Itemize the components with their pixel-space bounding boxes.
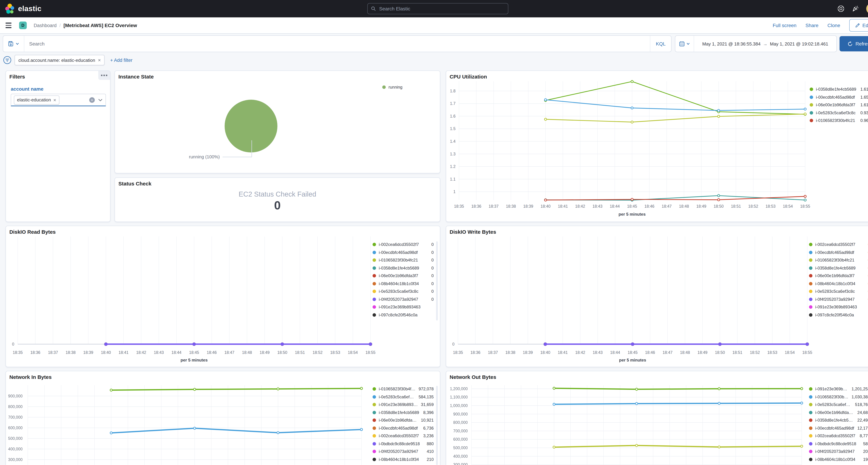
legend-item[interactable]: i-0f4f2052073a929470 <box>373 296 434 303</box>
query-search-input[interactable] <box>24 41 650 46</box>
legend-item[interactable]: i-0358d8e1fe4cb56891.615 <box>810 86 868 93</box>
legend-label: i-0358d8e1fe4cb5689 <box>379 410 421 415</box>
query-input-box[interactable]: KQL <box>3 35 672 52</box>
edit-button[interactable]: Edit <box>849 19 868 32</box>
legend-item[interactable]: i-0f4f2052073a92947208 <box>809 447 868 456</box>
legend-item[interactable]: i-0e5283c5ca6ef3c8c518,769 <box>809 401 868 409</box>
legend-item[interactable]: i-08b4604c18b1c0f340 <box>373 280 434 287</box>
legend-item[interactable]: i-00ecdbfc465ad98df12,176 <box>809 424 868 432</box>
legend-label: i-01065823f30b4fc21 <box>379 258 429 263</box>
diskio-write-line-chart[interactable]: 18:3518:3618:3718:3818:3918:4018:4118:42… <box>446 226 868 367</box>
legend-item[interactable]: i-00ecdbfc465ad98df0 <box>809 248 868 256</box>
legend-item[interactable]: i-002cea6dcd35502f78,779 <box>809 432 868 440</box>
kql-toggle[interactable]: KQL <box>650 36 671 52</box>
legend-item[interactable]: i-00ecdbfc465ad98df0 <box>373 248 434 256</box>
legend-item[interactable]: i-002cea6dcd35502f73,236 <box>373 432 434 440</box>
legend-item[interactable]: i-0bdbdc9c88cde9518589 <box>809 440 868 447</box>
legend-item[interactable]: i-0f4f2052073a929470 <box>809 296 868 303</box>
full-screen-button[interactable]: Full screen <box>773 23 797 28</box>
legend-item[interactable]: i-0358d8e1fe4cb56890 <box>809 264 868 272</box>
legend-item[interactable]: running <box>382 83 405 91</box>
chevron-down-icon[interactable] <box>98 98 103 101</box>
legend-label: i-0bdbdc9c88cde9518 <box>379 441 424 446</box>
refresh-button[interactable]: Refresh <box>840 36 868 52</box>
legend-item[interactable]: i-091e23e369b893463 <box>373 303 434 311</box>
svg-text:18:46: 18:46 <box>644 204 654 209</box>
legend-item[interactable]: i-06e00e1b96dfda3f710,921 <box>373 416 434 424</box>
global-search[interactable] <box>367 3 508 14</box>
legend-item[interactable]: i-0e5283c5ca6ef3c8c0 <box>373 287 434 296</box>
legend-item[interactable]: i-091e23e369b893...1,201,252 <box>809 385 868 393</box>
legend-item[interactable]: i-0f4f2052073a92947410 <box>373 447 434 456</box>
svg-text:18:44: 18:44 <box>610 350 620 355</box>
legend-item[interactable]: i-0358d8e1fe4cb56898,396 <box>373 409 434 416</box>
legend-dot-icon <box>810 119 813 122</box>
breadcrumb-dashboard[interactable]: Dashboard <box>34 23 57 28</box>
legend-item[interactable]: i-06e00e1b96dfda3f71.617 <box>810 101 868 109</box>
remove-filter-icon[interactable]: × <box>98 57 101 63</box>
date-to[interactable]: May 1, 2021 @ 19:02:18.461 <box>770 41 828 46</box>
remove-option-icon[interactable]: × <box>53 97 56 103</box>
svg-text:per 5 minutes: per 5 minutes <box>619 358 646 362</box>
legend-item[interactable]: i-01065823f30b4fc210 <box>809 256 868 264</box>
svg-text:700,000: 700,000 <box>8 415 23 420</box>
legend-item[interactable]: i-00ecdbfc465ad98df1.656 <box>810 93 868 101</box>
global-search-input[interactable] <box>378 5 504 12</box>
legend-item[interactable]: i-002cea6dcd35502f70 <box>809 241 868 248</box>
top-navbar: elastic <box>0 0 868 18</box>
network-out-line-chart[interactable]: 300,000400,000500,000600,000700,000800,0… <box>446 371 868 465</box>
legend-item[interactable]: i-06e00e1b96dfda3f70 <box>373 272 434 280</box>
legend-item[interactable]: i-0358d8e1fe4cb568922,498 <box>809 416 868 424</box>
svg-text:300,000: 300,000 <box>8 457 23 462</box>
legend-item[interactable]: i-00ecdbfc465ad98df6,736 <box>373 424 434 432</box>
svg-text:1.7: 1.7 <box>450 101 456 106</box>
legend-item[interactable]: i-01065823f30b4fc21972,078 <box>373 385 434 393</box>
legend-item[interactable]: i-091e23e369b89346331,659 <box>373 401 434 409</box>
clone-button[interactable]: Clone <box>828 23 840 28</box>
date-from[interactable]: May 1, 2021 @ 18:36:55.384 <box>702 41 761 46</box>
legend-item[interactable]: i-0e5283c5ca6ef3c8c0.934 <box>810 109 868 117</box>
legend-scrollbar[interactable] <box>436 386 438 465</box>
date-quick-menu[interactable] <box>675 36 694 52</box>
svg-text:18:35: 18:35 <box>453 350 463 355</box>
legend-item[interactable]: i-01065823f30b4fc210 <box>373 256 434 264</box>
legend-item[interactable]: i-002cea6dcd35502f70 <box>373 241 434 248</box>
legend-item[interactable]: i-0358d8e1fe4cb56890 <box>373 264 434 272</box>
account-name-combobox[interactable]: elastic-education × × <box>11 94 106 106</box>
space-avatar[interactable]: D <box>19 22 27 29</box>
legend-item[interactable]: i-06e00e1b96dfda3f724,685 <box>809 409 868 416</box>
svg-text:18:39: 18:39 <box>523 350 533 355</box>
legend-scrollbar[interactable] <box>436 241 438 320</box>
user-avatar[interactable]: m <box>866 3 868 14</box>
svg-text:18:45: 18:45 <box>627 350 638 355</box>
add-filter-button[interactable]: + Add filter <box>110 58 132 63</box>
legend-item[interactable]: i-01065823f30b4fc...1,030,384 <box>809 393 868 401</box>
legend-item[interactable]: i-0bdbdc9c88cde9518880 <box>373 440 434 447</box>
filter-options-icon[interactable] <box>3 56 12 65</box>
legend-item[interactable]: i-08b4604c18b1c0f34196 <box>809 456 868 463</box>
legend-dot-icon <box>373 282 376 285</box>
legend-item[interactable]: i-091e23e369b893463 <box>809 303 868 311</box>
filter-pill[interactable]: cloud.account.name: elastic-education × <box>14 55 105 65</box>
legend-item[interactable]: i-01065823f30b4fc210.963 <box>810 117 868 124</box>
menu-icon[interactable] <box>5 23 11 28</box>
legend-item[interactable]: i-0e5283c5ca6ef3c8c0 <box>809 287 868 296</box>
saved-query-menu[interactable] <box>3 36 24 52</box>
legend-item[interactable]: i-0e5283c5ca6ef3c8c584,135 <box>373 393 434 401</box>
newsfeed-icon[interactable] <box>852 5 859 12</box>
elastic-logo[interactable]: elastic <box>5 3 41 14</box>
panel-network-in: Network In Bytes 300,000400,000500,00060… <box>5 371 440 465</box>
panel-options-icon[interactable] <box>98 71 110 80</box>
cpu-utilization-line-chart[interactable]: 18:3518:3618:3718:3818:3918:4018:4118:42… <box>446 71 868 222</box>
legend-item[interactable]: i-097c8cfe20f546c0a <box>373 311 434 319</box>
selected-option-pill[interactable]: elastic-education × <box>14 95 59 104</box>
legend-item[interactable]: i-097c8cfe20f546c0a <box>809 311 868 319</box>
legend-item[interactable]: i-08b4604c18b1c0f340 <box>809 280 868 287</box>
share-button[interactable]: Share <box>806 23 818 28</box>
clear-selection-icon[interactable]: × <box>89 97 95 103</box>
legend-item[interactable]: i-06e00e1b96dfda3f70 <box>809 272 868 280</box>
chart-legend: i-002cea6dcd35502f70i-00ecdbfc465ad98df0… <box>373 241 434 319</box>
legend-item[interactable]: i-08b4604c18b1c0f34210 <box>373 456 434 463</box>
help-icon[interactable] <box>837 5 845 12</box>
control-label-account-name[interactable]: account name <box>11 86 43 92</box>
